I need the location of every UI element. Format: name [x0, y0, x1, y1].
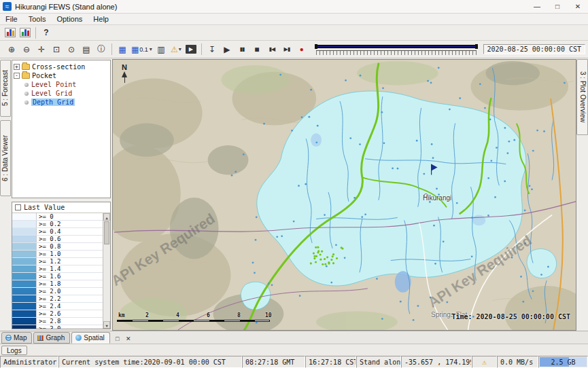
legend-swatch [12, 213, 37, 220]
panel-close-button[interactable]: ✕ [124, 334, 133, 344]
legend-row: >= 2.8 [12, 318, 103, 325]
logs-button[interactable]: Logs [1, 346, 27, 355]
toolbar-separator [201, 43, 202, 55]
tree-item-label[interactable]: Level Point [31, 81, 76, 88]
grid-threshold-value: 0.1 [139, 46, 148, 53]
legend-row: >= 1.4 [12, 265, 103, 273]
north-arrow: N [120, 63, 129, 83]
collapse-icon[interactable]: - [14, 73, 20, 79]
tab-graph[interactable]: Graph [33, 332, 70, 344]
legend-label: >= 2.4 [37, 303, 61, 310]
play-icon[interactable]: ▶ [220, 43, 234, 56]
info-icon[interactable]: ⓘ [94, 43, 108, 56]
tab-graph-label: Graph [46, 334, 65, 342]
scroll-down-icon[interactable]: ▼ [103, 321, 110, 329]
pause-icon[interactable]: ▮▮ [235, 43, 249, 56]
node-bullet-icon [24, 83, 29, 87]
tree-item-label[interactable]: Cross-section [32, 63, 85, 71]
snapshot-icon[interactable]: ↧ [205, 43, 219, 56]
menu-options[interactable]: Options [51, 14, 88, 25]
pan-icon[interactable]: ✛ [35, 43, 48, 56]
spatial-left-panel: + Cross-section - Pocket Level Point Lev… [11, 59, 112, 331]
animation-icon: ▶ [186, 45, 196, 54]
maximize-button[interactable]: □ [547, 0, 568, 13]
menu-tools[interactable]: Tools [23, 14, 52, 25]
legend-row: >= 0.4 [12, 228, 103, 236]
legend-label: >= 0.8 [37, 243, 61, 250]
tree-item-level-grid[interactable]: Level Grid [14, 89, 109, 98]
zoom-box-icon[interactable]: ⊡ [50, 43, 63, 56]
tree-item-level-point[interactable]: Level Point [14, 80, 109, 89]
tree-item-cross-section[interactable]: + Cross-section [14, 62, 109, 71]
warning-icon: ⚠ [482, 358, 487, 367]
town-label-hikurangi: Hikurangi [423, 194, 451, 202]
step-back-icon[interactable]: ▮◀ [265, 43, 279, 56]
close-button[interactable]: ✕ [568, 0, 588, 13]
scrollbar-thumb[interactable] [104, 221, 109, 244]
tab-map[interactable]: Map [1, 332, 32, 344]
tab-spatial[interactable]: Spatial [71, 332, 110, 344]
legend-swatch [12, 318, 37, 325]
time-slider-end-handle[interactable] [475, 44, 478, 49]
legend-scrollbar[interactable]: ▲ ▼ [103, 213, 110, 329]
help-button[interactable]: ? [39, 26, 53, 39]
legend-row: >= 2.0 [12, 288, 103, 295]
grid-threshold-dropdown[interactable]: ▦ 0.1 ▾ [131, 43, 153, 56]
map-canvas[interactable]: N API Key Required API Key Required Hiku… [112, 59, 576, 331]
map-toolbar: ⊕ ⊖ ✛ ⊡ ⊙ ▤ ⓘ ▦ ▦ 0.1 ▾ ▥ ⚠ ▾ ▶ ↧ ▶ ▮▮ ■… [0, 41, 588, 58]
time-slider-bar[interactable] [316, 45, 477, 48]
tree-item-label[interactable]: Level Grid [31, 90, 72, 97]
tree-item-label[interactable]: Pocket [32, 72, 56, 79]
app-icon: ≈ [3, 2, 12, 11]
grid-icon[interactable]: ▦ [116, 43, 129, 56]
time-slider-start-handle[interactable] [315, 44, 317, 49]
menu-file[interactable]: File [0, 14, 23, 25]
legend-panel: Last Value >= 0 >= 0.2 >= 0.4 >= 0.6 >= … [12, 202, 111, 329]
status-warning-cell[interactable]: ⚠ [472, 356, 497, 368]
tree-item-depth-grid[interactable]: Depth Grid [14, 98, 109, 107]
tab-plot-overview[interactable]: 3 : Plot Overview [576, 59, 588, 135]
title-bar: ≈ Hikurangi FEWS (Stand alone) — □ ✕ [0, 0, 588, 14]
tree-item-pocket[interactable]: - Pocket [14, 71, 109, 80]
main-area: 5 : Forecast 6 : Data Viewer + Cross-sec… [0, 59, 588, 331]
basemap-svg [113, 60, 576, 330]
panel-maximize-button[interactable]: □ [113, 334, 122, 344]
zoom-extent-icon[interactable]: ⊙ [65, 43, 78, 56]
record-icon[interactable]: ● [295, 43, 309, 56]
tab-data-viewer[interactable]: 6 : Data Viewer [0, 120, 11, 196]
expand-icon[interactable]: + [14, 64, 20, 70]
layers-icon[interactable]: ▤ [80, 43, 93, 56]
explorer-icon [5, 28, 16, 37]
scroll-up-icon[interactable]: ▲ [103, 213, 110, 221]
tab-spatial-label: Spatial [84, 334, 105, 342]
toolbar-separator [35, 27, 36, 39]
toolbar-separator [111, 43, 112, 55]
right-tab-strip: 3 : Plot Overview [576, 59, 588, 331]
folder-icon [22, 73, 30, 79]
legend-swatch [12, 221, 37, 227]
explorer-button[interactable] [3, 26, 17, 39]
status-memory-gauge: 2.5 GB [538, 356, 588, 368]
scale-bar: km 2 4 6 8 10 [117, 312, 280, 322]
legend-label: >= 2.2 [37, 295, 61, 302]
minimize-button[interactable]: — [527, 0, 547, 13]
tab-forecast[interactable]: 5 : Forecast [0, 60, 11, 117]
step-forward-icon[interactable]: ▶▮ [280, 43, 294, 56]
warnings-dropdown[interactable]: ⚠ ▾ [169, 43, 183, 56]
zoom-out-icon[interactable]: ⊖ [20, 43, 33, 56]
animation-display-button[interactable]: ▶ [184, 43, 198, 56]
legend-swatch [12, 288, 37, 295]
stop-icon[interactable]: ■ [250, 43, 264, 56]
scale-tick: 2 [145, 312, 149, 318]
menu-help[interactable]: Help [88, 14, 114, 25]
zoom-in-icon[interactable]: ⊕ [5, 43, 18, 56]
time-slider[interactable] [315, 43, 478, 56]
tree-item-label-selected[interactable]: Depth Grid [31, 98, 75, 106]
status-system-time: Current system time:2020-09-01 00:00 CST [58, 356, 242, 368]
database-viewer-button[interactable] [18, 26, 32, 39]
status-coordinates: -35.657 , 174.199 [401, 356, 472, 368]
legend-label: >= 1.6 [37, 273, 61, 280]
legend-swatch [12, 228, 37, 235]
last-value-checkbox[interactable] [15, 204, 21, 210]
legend-doc-icon[interactable]: ▥ [154, 43, 168, 56]
